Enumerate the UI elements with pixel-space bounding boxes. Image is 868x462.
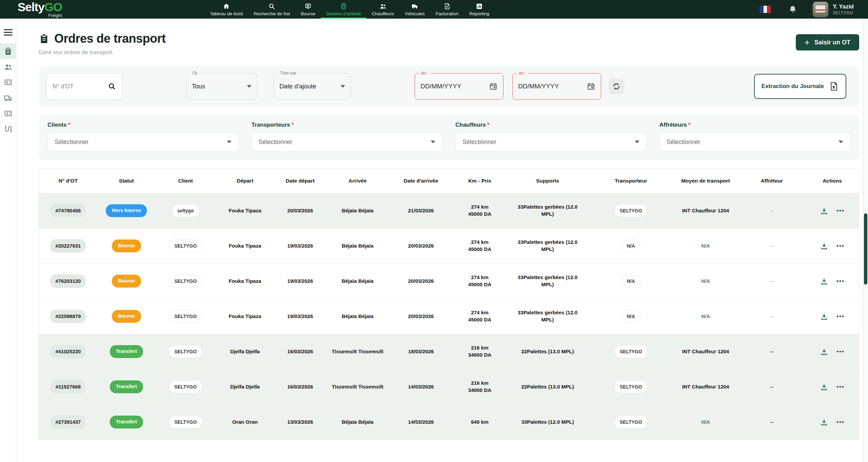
invoice-icon	[443, 3, 451, 10]
page-subtitle: Géré vos ordres de transport.	[39, 49, 166, 56]
transporteur-pill: SELTYGO	[614, 380, 648, 394]
affreteur-value: --	[770, 208, 773, 213]
clients-select-placeholder: Sélectionner	[55, 139, 88, 146]
user-name: Y. Yazid	[833, 3, 854, 10]
date-depart-cell: 13/03/2026	[274, 404, 326, 440]
affreteur-cell: --	[738, 299, 806, 334]
chauffeurs-select[interactable]: Sélectionner	[455, 132, 647, 151]
routes-icon	[4, 125, 13, 133]
affreteur-value: --	[770, 349, 773, 354]
menu-hamburger-icon[interactable]	[4, 27, 13, 37]
sidebar-item-billing[interactable]: $	[0, 106, 16, 121]
svg-text:$: $	[6, 81, 8, 84]
more-actions-icon[interactable]	[836, 350, 844, 353]
transporteurs-label: Transporteurs*	[252, 122, 294, 128]
depart-cell: Fouka Tipaza	[216, 228, 275, 264]
orders-table-card: N° d'OT Statut Client Départ Date départ…	[39, 168, 859, 440]
col-header-client: Client	[156, 169, 216, 193]
nav-item-bourse[interactable]: Bourse	[295, 0, 321, 19]
user-organization: SELTYGO	[833, 10, 854, 16]
table-row: #20227631BourseSELTYGOFouka Tipaza19/03/…	[39, 228, 859, 264]
km-prix-cell: 274 km45000 DA	[453, 299, 507, 334]
more-actions-icon[interactable]	[836, 209, 844, 212]
status-cell: Bourse	[97, 228, 156, 264]
calendar-icon[interactable]	[489, 82, 498, 91]
sidebar-item-vehicles[interactable]	[0, 90, 16, 106]
download-icon[interactable]	[820, 348, 828, 356]
depart-cell: Fouka Tipaza	[216, 299, 275, 334]
more-actions-icon[interactable]	[836, 280, 844, 282]
more-actions-icon[interactable]	[836, 385, 844, 388]
logo-text-selty: Selty	[18, 0, 44, 14]
client-pill: seltygo	[172, 204, 199, 217]
table-row: #74790456Hors bourseseltygoFouka Tipaza2…	[39, 193, 859, 228]
search-icon	[268, 3, 275, 10]
clients-select[interactable]: Sélectionner	[47, 132, 239, 151]
order-id-cell: #22598879	[39, 299, 97, 334]
app-logo[interactable]: SeltyGO Freight	[18, 1, 62, 18]
nav-label: Facturation	[436, 11, 459, 16]
date-from-field[interactable]: du : DD/MM/YYYY	[415, 73, 504, 100]
user-avatar[interactable]	[813, 2, 828, 17]
download-icon[interactable]	[820, 313, 828, 320]
arrivee-cell: Béjaïa Béjaïa	[326, 193, 389, 228]
nav-item-facturation[interactable]: Facturation	[430, 0, 464, 19]
more-actions-icon[interactable]	[836, 245, 844, 247]
chauffeurs-label: Chauffeurs*	[455, 122, 489, 128]
sidebar-item-routes[interactable]	[0, 121, 16, 137]
moyen-cell: INT Chauffeur 1204	[673, 369, 738, 404]
chevron-down-icon	[227, 141, 232, 143]
download-icon[interactable]	[820, 242, 828, 250]
nav-item-vehicules[interactable]: Véhicules	[399, 0, 430, 19]
order-id-badge: #11527668	[51, 380, 86, 394]
france-flag[interactable]	[760, 6, 771, 13]
affreteur-cell: --	[738, 193, 806, 228]
affreteur-value: --	[770, 314, 773, 319]
ot-search-box[interactable]	[46, 73, 122, 100]
nav-item-gestion-activite[interactable]: Gestion d'activité	[321, 0, 366, 19]
client-cell: SELTYGO	[156, 228, 216, 264]
ot-search-input[interactable]	[53, 83, 108, 90]
actions-cell	[806, 334, 859, 369]
nav-item-reporting[interactable]: Reporting	[464, 0, 495, 19]
table-row: #11527668TransfertSELTYGODjelfa Djelfa16…	[39, 369, 859, 404]
ot-type-select[interactable]: Ot Tous	[186, 73, 257, 100]
page-scrollbar[interactable]	[863, 19, 868, 462]
more-actions-icon[interactable]	[836, 421, 844, 423]
sidebar-item-orders[interactable]	[0, 43, 16, 59]
date-to-field[interactable]: au : DD/MM/YYYY	[512, 73, 601, 100]
col-header-depart: Départ	[216, 169, 275, 193]
order-id-cell: #11527668	[39, 369, 97, 404]
ot-type-label: Ot	[191, 70, 199, 76]
calendar-icon[interactable]	[587, 82, 595, 91]
date-depart-cell: 19/03/2026	[274, 228, 326, 264]
nav-item-recherche-de-fret[interactable]: Recherche de fret	[248, 0, 295, 19]
download-icon[interactable]	[820, 383, 828, 391]
transporteurs-select[interactable]: Sélectionner	[252, 132, 443, 151]
order-id-badge: #20227631	[50, 239, 86, 253]
sidebar-item-pricing[interactable]: $	[0, 75, 16, 90]
search-icon[interactable]	[108, 82, 116, 90]
notifications-bell-icon[interactable]	[788, 5, 797, 14]
col-header-arrivee: Arrivée	[326, 169, 389, 193]
download-icon[interactable]	[820, 418, 828, 426]
nav-label: Reporting	[469, 11, 489, 16]
vehicles-truck-icon	[4, 93, 13, 102]
nav-item-tableau-de-bord[interactable]: Tableau de bord	[204, 0, 248, 19]
sort-value: Date d'ajoute	[279, 83, 316, 90]
moyen-na-text: N/A	[701, 419, 710, 425]
sort-select[interactable]: Trier par Date d'ajoute	[274, 73, 351, 100]
nav-item-chauffeurs[interactable]: Chauffeurs	[366, 0, 399, 19]
affreteurs-select[interactable]: Sélectionner	[659, 132, 851, 151]
sidebar-item-clients[interactable]	[0, 59, 16, 75]
export-journal-button[interactable]: Extraction du Journale	[754, 74, 846, 99]
scrollbar-thumb[interactable]	[864, 213, 867, 285]
download-icon[interactable]	[820, 207, 828, 215]
more-actions-icon[interactable]	[836, 315, 844, 318]
col-header-km-prix: Km - Prix	[453, 169, 507, 193]
moyen-cell: INT Chauffeur 1204	[673, 193, 738, 228]
download-icon[interactable]	[820, 277, 828, 285]
refresh-button[interactable]	[609, 79, 624, 94]
create-ot-button[interactable]: + Saisir un OT	[796, 34, 859, 50]
actions-cell	[806, 193, 859, 228]
